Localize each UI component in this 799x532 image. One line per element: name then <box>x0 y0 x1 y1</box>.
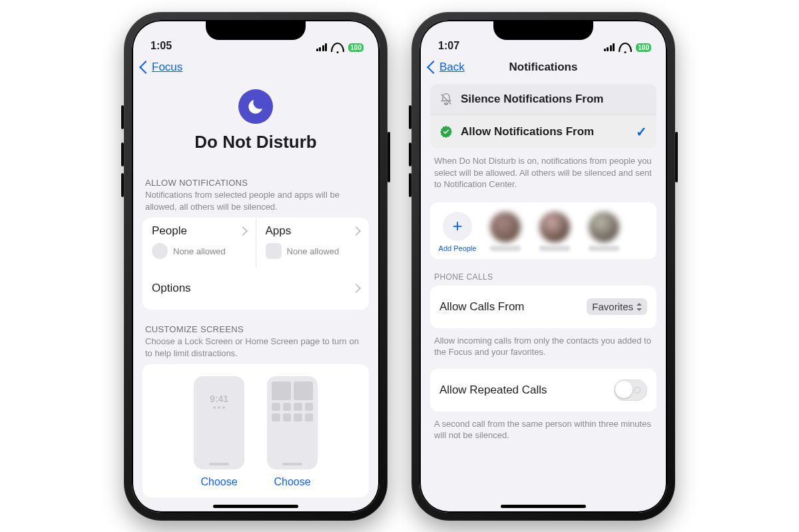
choose-lockscreen-button[interactable]: Choose <box>200 476 237 488</box>
focus-hero: Do Not Disturb <box>142 80 369 166</box>
mock-widgets-icon <box>198 406 240 409</box>
avatar-icon <box>539 212 570 242</box>
allow-sub: Notifications from selected people and a… <box>145 189 366 212</box>
wifi-icon <box>331 43 344 52</box>
chevron-right-icon <box>352 226 361 236</box>
mock-time: 9:41 <box>198 394 240 404</box>
checkmark-icon: ✓ <box>636 124 647 140</box>
notch <box>493 20 593 40</box>
options-label: Options <box>152 282 353 295</box>
allow-label: Allow Notifications From <box>461 125 594 138</box>
silence-allow-segment: Silence Notifications From Allow Notific… <box>430 84 657 148</box>
updown-icon <box>637 303 642 311</box>
iphone-right: 1:07 100 Back Notifications <box>411 12 675 521</box>
cellular-icon <box>604 43 615 51</box>
status-time: 1:07 <box>438 40 459 52</box>
repeated-calls-card: Allow Repeated Calls <box>430 369 657 411</box>
mock-homebar-icon <box>209 463 229 465</box>
mock-homebar-icon <box>282 463 302 465</box>
allow-calls-value: Favorites <box>592 301 633 312</box>
toggle-off-icon <box>634 387 641 394</box>
choose-homescreen-button[interactable]: Choose <box>274 476 310 488</box>
allowed-people-card: + Add People <box>430 202 657 259</box>
back-label: Focus <box>152 61 182 74</box>
silence-label: Silence Notifications From <box>461 93 603 106</box>
people-status: None allowed <box>173 246 226 256</box>
allow-calls-from-row[interactable]: Allow Calls From Favorites <box>430 286 657 328</box>
cellular-icon <box>316 43 328 51</box>
screens-sub: Choose a Lock Screen or Home Screen page… <box>145 336 366 359</box>
people-label: People <box>152 224 187 238</box>
phone-calls-header: PHONE CALLS <box>434 272 653 282</box>
homescreen-preview[interactable]: Choose <box>267 376 318 488</box>
add-people-button[interactable]: + Add People <box>438 212 477 252</box>
plus-icon: + <box>443 212 472 241</box>
repeated-calls-row: Allow Repeated Calls <box>430 369 657 411</box>
bell-slash-icon <box>439 93 453 106</box>
battery-icon: 100 <box>636 43 651 52</box>
notifications-content[interactable]: Silence Notifications From Allow Notific… <box>419 80 667 513</box>
notch <box>206 20 306 40</box>
back-button[interactable]: Focus <box>141 61 182 74</box>
status-time: 1:05 <box>150 40 172 52</box>
allow-calls-label: Allow Calls From <box>439 300 587 314</box>
moon-icon <box>238 89 273 124</box>
silence-option[interactable]: Silence Notifications From <box>430 84 657 115</box>
allowed-person[interactable] <box>534 212 575 251</box>
repeated-calls-toggle[interactable] <box>614 380 647 401</box>
screen-left: 1:05 100 Focus Do Not Distu <box>132 20 380 513</box>
toggle-knob-icon <box>615 381 633 398</box>
focus-title: Do Not Disturb <box>194 132 316 152</box>
checkmark-seal-icon <box>439 125 453 138</box>
wifi-icon <box>619 43 632 52</box>
allow-calls-card: Allow Calls From Favorites <box>430 286 657 328</box>
auto-header: TURN ON AUTOMATICALLY <box>145 512 366 513</box>
chevron-right-icon <box>352 284 361 293</box>
repeated-calls-footer: A second call from the same person withi… <box>434 418 653 441</box>
apps-placeholder-icon <box>266 243 282 259</box>
allowed-person[interactable] <box>583 212 625 251</box>
allow-card: People None allowed Apps <box>142 218 369 310</box>
allow-header: ALLOW NOTIFICATIONS <box>145 178 366 188</box>
people-cell[interactable]: People None allowed <box>142 218 256 267</box>
apps-cell[interactable]: Apps None allowed <box>256 218 370 267</box>
allowed-person[interactable] <box>485 212 526 251</box>
segment-footer: When Do Not Disturb is on, notifications… <box>434 155 653 190</box>
avatar-icon <box>490 212 521 242</box>
nav-title: Notifications <box>419 61 667 74</box>
chevron-right-icon <box>238 226 247 236</box>
screens-header: CUSTOMIZE SCREENS <box>145 324 366 334</box>
chevron-left-icon <box>139 61 152 74</box>
avatar-icon <box>589 212 619 242</box>
add-people-label: Add People <box>439 244 477 252</box>
home-indicator <box>501 505 586 508</box>
allow-calls-picker[interactable]: Favorites <box>587 298 647 315</box>
mock-appgrid-icon <box>272 382 313 421</box>
screen-right: 1:07 100 Back Notifications <box>419 20 667 513</box>
options-row[interactable]: Options <box>142 267 369 310</box>
apps-label: Apps <box>266 224 292 238</box>
lockscreen-preview[interactable]: 9:41 Choose <box>194 376 244 488</box>
nav-bar: Focus <box>132 53 380 81</box>
allow-option[interactable]: Allow Notifications From ✓ <box>430 115 657 148</box>
people-placeholder-icon <box>152 243 168 259</box>
home-indicator <box>213 505 298 508</box>
screens-card: 9:41 Choose <box>142 364 369 497</box>
nav-bar: Back Notifications <box>419 53 667 81</box>
allow-calls-footer: Allow incoming calls from only the conta… <box>434 335 653 358</box>
settings-content[interactable]: Do Not Disturb ALLOW NOTIFICATIONS Notif… <box>132 80 380 513</box>
repeated-calls-label: Allow Repeated Calls <box>439 384 614 397</box>
iphone-left: 1:05 100 Focus Do Not Distu <box>124 12 388 521</box>
apps-status: None allowed <box>287 246 340 256</box>
battery-icon: 100 <box>348 43 364 52</box>
